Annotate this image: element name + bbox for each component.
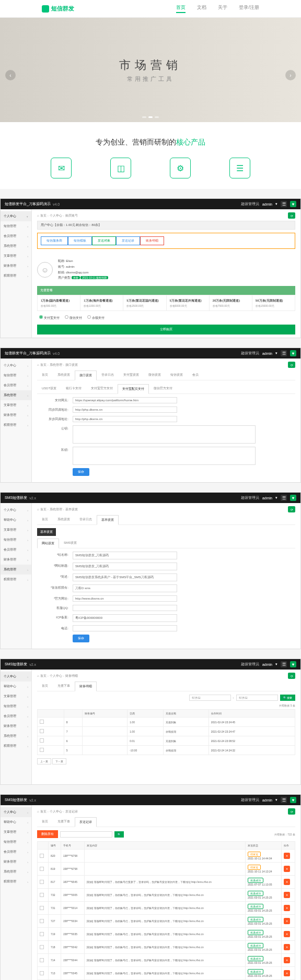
tab[interactable]: SMS设置 xyxy=(59,538,82,548)
user-name[interactable]: admin xyxy=(262,202,272,206)
row-checkbox[interactable] xyxy=(40,880,44,884)
delete-button[interactable]: ✕ xyxy=(284,853,290,859)
row-checkbox[interactable] xyxy=(40,720,44,724)
row-checkbox[interactable] xyxy=(40,748,44,752)
heart-icon[interactable]: ♥ xyxy=(290,201,296,207)
sidebar-item[interactable]: 短信管理› xyxy=(1,701,31,711)
sidebar-item[interactable]: 会员管理› xyxy=(1,847,31,857)
delete-all-button[interactable]: 删除所有 xyxy=(37,830,58,838)
sidebar-item[interactable]: 会员管理› xyxy=(1,545,31,555)
row-checkbox[interactable] xyxy=(40,919,44,923)
sidebar-item[interactable]: 财务管理› xyxy=(1,555,31,565)
refresh-button[interactable]: ⟳ xyxy=(288,808,295,815)
date-to[interactable]: 年/月/日 xyxy=(236,695,278,701)
sidebar-item[interactable]: 帮助中心› xyxy=(1,817,31,827)
sidebar-item[interactable]: 系统管理› xyxy=(1,731,31,741)
package-item[interactable]: 1万条(海外套餐通道)价格1000.00元 xyxy=(80,295,123,310)
tab[interactable]: 接口设置 xyxy=(75,371,97,380)
row-checkbox[interactable] xyxy=(40,971,44,975)
sidebar-item[interactable]: 短信管理› xyxy=(1,837,31,847)
sidebar-item[interactable]: 个人中心› xyxy=(1,505,31,515)
logo[interactable]: 短信群发 xyxy=(42,5,74,13)
form-input[interactable]: 刀客D sms xyxy=(73,584,177,592)
tab[interactable]: 基本设置 xyxy=(97,515,119,525)
package-item[interactable]: 5万条(繁花茗外海通道)价格5000.00元 xyxy=(167,295,210,310)
phone-search-input[interactable] xyxy=(60,831,112,838)
sidebar-item-personal[interactable]: 个人中心▾ xyxy=(1,211,31,221)
row-checkbox[interactable] xyxy=(40,738,44,743)
radio-balance[interactable] xyxy=(87,315,91,319)
sidebar-item[interactable]: 文章管理› xyxy=(1,525,31,535)
delete-button[interactable]: ✕ xyxy=(284,866,290,872)
sidebar-item[interactable]: 会员管理› xyxy=(1,711,31,721)
tab[interactable]: 首页 xyxy=(37,817,53,827)
form-input[interactable]: SMS短信群发_刀客源码 xyxy=(73,552,177,559)
tab[interactable]: 系统设置 xyxy=(53,515,75,524)
row-checkbox[interactable] xyxy=(40,906,44,910)
refresh-button[interactable]: ⟳ xyxy=(288,362,295,368)
row-checkbox[interactable] xyxy=(40,867,44,871)
dot[interactable] xyxy=(142,116,146,118)
sidebar-item[interactable]: 个人中心› xyxy=(1,361,31,371)
delete-button[interactable]: ✕ xyxy=(284,931,290,937)
sidebar-item[interactable]: 权限管理› xyxy=(1,877,31,887)
ctab[interactable]: 账务明细 xyxy=(140,236,164,245)
sidebar-item[interactable]: 个人中心› xyxy=(1,672,31,682)
sidebar-item[interactable]: 权限管理› xyxy=(1,741,31,751)
form-input[interactable] xyxy=(73,605,177,611)
sidebar-item[interactable]: 系统管理› xyxy=(1,565,31,575)
tab[interactable]: 财务明细 xyxy=(75,682,97,691)
sidebar-item[interactable]: 系统管理› xyxy=(1,390,31,400)
sidebar-item[interactable]: 财务管理› xyxy=(1,857,31,867)
search-button[interactable]: 🔍 xyxy=(114,831,124,838)
form-input[interactable] xyxy=(73,425,256,444)
tab[interactable]: 微信官方支付 xyxy=(149,384,177,393)
row-checkbox[interactable] xyxy=(40,854,44,858)
menu-icon[interactable]: ☰ xyxy=(281,797,287,803)
sidebar-item[interactable]: 短信管理› xyxy=(1,221,31,231)
row-checkbox[interactable] xyxy=(40,958,44,962)
sidebar-item[interactable]: 个人中心› xyxy=(1,807,31,817)
tab[interactable]: 登录日志 xyxy=(97,370,119,380)
nav-docs[interactable]: 文档 xyxy=(197,4,206,13)
tab[interactable]: 支付宝官方支付 xyxy=(86,384,118,393)
form-input[interactable] xyxy=(73,447,256,465)
pager-prev[interactable]: 上一页 xyxy=(37,758,51,764)
delete-button[interactable]: ✕ xyxy=(284,879,290,885)
package-item[interactable]: 50万条(无限制通道)价格15000.00元 xyxy=(252,295,295,310)
save-button[interactable]: 保存 xyxy=(73,468,89,476)
save-button[interactable]: 保存 xyxy=(73,635,89,642)
form-input[interactable]: SMS短信群发系统多商户 - 基于SMS平台_SMS刀客源码 xyxy=(73,573,177,581)
heart-icon[interactable]: ♥ xyxy=(290,350,296,356)
row-checkbox[interactable] xyxy=(40,729,44,733)
feature-icon[interactable]: ✉ xyxy=(51,158,72,178)
tab[interactable]: 短信设置 xyxy=(166,370,188,380)
carousel-prev-icon[interactable]: ‹ xyxy=(5,70,16,80)
home-icon[interactable]: ⌂ xyxy=(37,214,39,217)
tab[interactable]: 首页 xyxy=(37,515,53,524)
tab[interactable]: 银行卡支付 xyxy=(61,384,86,393)
form-input[interactable]: http://php.dksms.cn xyxy=(73,416,177,422)
refresh-button[interactable]: ⟳ xyxy=(288,212,295,219)
package-item[interactable]: 20万条(无限制通道)价格7500.00元 xyxy=(210,295,252,310)
sidebar-item[interactable]: 权限管理› xyxy=(1,575,31,584)
tab[interactable]: 网站设置 xyxy=(37,539,59,548)
form-input[interactable] xyxy=(73,625,177,631)
ctab[interactable]: 短信模板 xyxy=(68,236,92,245)
radio-wechat[interactable] xyxy=(65,315,68,319)
heart-icon[interactable]: ♥ xyxy=(290,797,296,803)
tab[interactable]: USDT设置 xyxy=(37,384,61,393)
delete-button[interactable]: ✕ xyxy=(284,905,290,911)
tab[interactable]: 会员 xyxy=(188,370,203,380)
tab[interactable]: 充值下单 xyxy=(53,681,75,691)
delete-button[interactable]: ✕ xyxy=(284,892,290,898)
package-item[interactable]: 1万条(国内套餐通道)价格550.00元 xyxy=(38,295,80,310)
ctab[interactable]: 短信服务商 xyxy=(41,236,68,245)
tab[interactable]: 支付宝配页支付 xyxy=(118,384,149,394)
nav-login[interactable]: 登录/注册 xyxy=(239,4,259,13)
sidebar-item[interactable]: 权限管理› xyxy=(1,271,31,281)
sidebar-item[interactable]: 文章管理› xyxy=(1,400,31,410)
carousel-next-icon[interactable]: › xyxy=(285,70,296,80)
heart-icon[interactable]: ♥ xyxy=(290,495,296,501)
package-item[interactable]: 5万条(繁花茗国内通道)价格2500.00元 xyxy=(123,295,166,310)
